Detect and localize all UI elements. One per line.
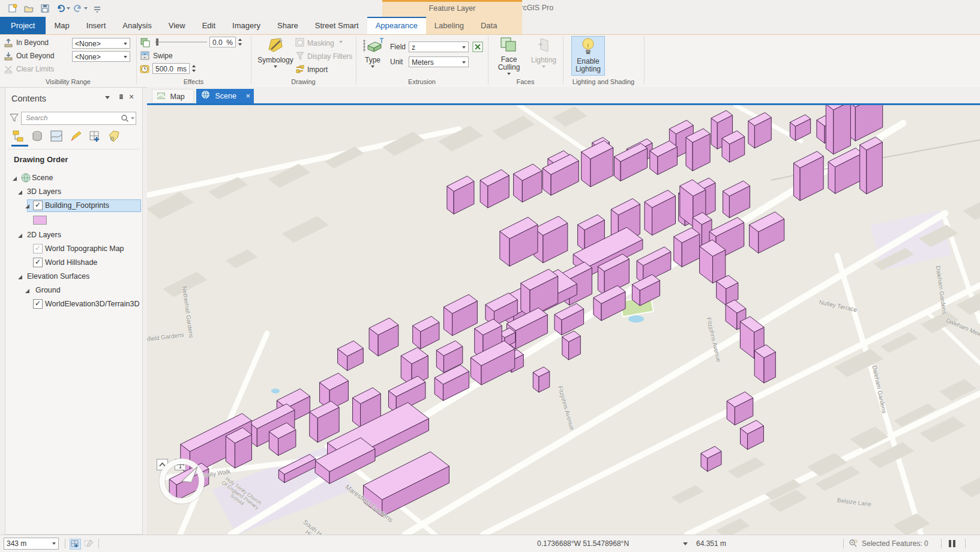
list-by-snapping-icon[interactable] xyxy=(88,130,101,143)
coordinates-readout[interactable]: 0.1736688°W 51.5478968°N xyxy=(537,539,629,548)
tree-item-3d-layers[interactable]: 3D Layers xyxy=(5,186,143,199)
enable-lighting-button[interactable]: Enable Lighting xyxy=(571,36,605,76)
extrusion-expression-button[interactable] xyxy=(472,41,484,55)
search-options-caret[interactable] xyxy=(131,117,134,120)
tree-item-elevation-surfaces[interactable]: Elevation Surfaces xyxy=(5,270,143,284)
layer-symbol-row[interactable] xyxy=(5,213,143,226)
layer-visibility-checkbox[interactable]: ✓ xyxy=(33,201,43,210)
symbology-icon xyxy=(265,47,286,56)
list-by-drawing-order-icon[interactable] xyxy=(11,130,25,143)
selected-features-count[interactable]: Selected Features: 0 xyxy=(862,539,928,548)
layer-visibility-checkbox[interactable]: ✓ xyxy=(33,244,43,253)
transparency-slider-handle[interactable] xyxy=(156,38,158,46)
extrusion-field-dropdown[interactable]: z xyxy=(409,41,469,52)
tree-item-world-topographic-map[interactable]: ✓World Topographic Map xyxy=(5,243,143,256)
layer-color-swatch[interactable] xyxy=(33,216,47,225)
undo-dropdown-caret[interactable] xyxy=(67,7,70,10)
in-beyond-dropdown[interactable]: <None> xyxy=(72,38,130,49)
list-by-editing-icon[interactable] xyxy=(69,130,82,143)
building-extrusion xyxy=(793,151,823,201)
enable-lighting-icon xyxy=(580,49,597,58)
ribbon-tab-project[interactable]: Project xyxy=(0,17,46,34)
expander-icon[interactable] xyxy=(13,177,17,181)
building-extrusion xyxy=(754,345,775,383)
layer-visibility-checkbox[interactable]: ✓ xyxy=(33,299,43,309)
extrusion-unit-dropdown[interactable]: Meters xyxy=(409,56,469,67)
ribbon-tab-labeling[interactable]: Labeling xyxy=(426,17,472,34)
list-by-data-source-icon[interactable] xyxy=(31,130,44,143)
in-beyond-button[interactable]: In Beyond xyxy=(16,38,49,47)
tree-item-worldelevation3d-terrain3d[interactable]: ✓WorldElevation3D/Terrain3D xyxy=(5,298,143,311)
compass-navigator[interactable] xyxy=(155,453,209,509)
out-beyond-dropdown[interactable]: <None> xyxy=(72,51,130,62)
ribbon-tab-street-smart[interactable]: Street Smart xyxy=(307,17,367,34)
expander-icon[interactable] xyxy=(25,289,29,293)
clear-limits-button[interactable]: Clear Limits xyxy=(16,65,54,73)
expander-icon[interactable] xyxy=(18,234,22,238)
open-project-icon[interactable] xyxy=(23,3,34,14)
lighting-button[interactable]: Lighting xyxy=(528,36,559,68)
masking-button[interactable]: Masking xyxy=(307,39,334,47)
list-by-selection-icon[interactable] xyxy=(50,130,63,143)
expander-icon[interactable] xyxy=(25,204,29,208)
in-beyond-icon xyxy=(4,38,14,50)
tree-item-2d-layers[interactable]: 2D Layers xyxy=(5,229,143,242)
flicker-spinner[interactable] xyxy=(190,63,198,74)
scene-tab-close-icon[interactable]: × xyxy=(245,91,250,100)
pause-drawing-button[interactable] xyxy=(947,540,955,549)
view-tab-scene[interactable]: Scene × xyxy=(196,89,254,103)
transparency-spinner[interactable] xyxy=(236,37,244,47)
ribbon-tab-share[interactable]: Share xyxy=(269,17,307,34)
symbology-button[interactable]: Symbology xyxy=(257,36,294,68)
ribbon-tab-edit[interactable]: Edit xyxy=(194,17,224,34)
status-bar: 343 m 0.1736688°W 51.5478968°N 64.351 m … xyxy=(0,535,980,552)
tree-item-building-footprints[interactable]: ✓Building_Footprints xyxy=(5,199,143,213)
undo-icon[interactable] xyxy=(55,3,66,14)
ribbon-tab-map[interactable]: Map xyxy=(46,17,77,34)
ribbon-tab-view[interactable]: View xyxy=(160,17,194,34)
ribbon-tab-analysis[interactable]: Analysis xyxy=(114,17,160,34)
scale-dropdown[interactable]: 343 m xyxy=(4,538,59,550)
transparency-value[interactable]: 0.0 % xyxy=(209,37,236,47)
scene-globe-icon xyxy=(21,173,31,184)
search-placeholder: Search xyxy=(26,114,47,121)
extrusion-type-button[interactable]: Type xyxy=(359,36,386,68)
zoom-to-selection-icon[interactable] xyxy=(849,539,859,548)
view-tab-map[interactable]: Map xyxy=(152,89,194,103)
filter-icon[interactable] xyxy=(10,114,19,125)
tree-item-scene[interactable]: Scene xyxy=(5,172,143,185)
coordinates-options-caret[interactable] xyxy=(683,542,688,545)
building-extrusion xyxy=(562,331,580,360)
tree-item-ground[interactable]: Ground xyxy=(5,284,143,297)
swipe-button[interactable]: Swipe xyxy=(153,52,173,60)
expander-icon[interactable] xyxy=(18,275,22,279)
face-culling-button[interactable]: Face Culling xyxy=(492,36,526,75)
search-icon[interactable] xyxy=(121,114,129,125)
ribbon-tab-insert[interactable]: Insert xyxy=(78,17,115,34)
pane-pin-icon[interactable] xyxy=(117,93,125,104)
ribbon-tab-data[interactable]: Data xyxy=(472,17,505,34)
ribbon-tab-imagery[interactable]: Imagery xyxy=(224,17,269,34)
scene-3d-view[interactable]: Trinity WalkMaresfield GardensHoly Trini… xyxy=(147,105,980,535)
redo-icon[interactable] xyxy=(73,3,83,14)
customize-quick-access-icon[interactable] xyxy=(92,3,103,14)
import-button[interactable]: Import xyxy=(307,65,328,74)
list-by-labeling-icon[interactable] xyxy=(107,130,121,143)
save-project-icon[interactable] xyxy=(40,3,50,14)
snapping-toggle-icon[interactable] xyxy=(70,539,81,550)
display-filters-button[interactable]: Display Filters xyxy=(307,52,352,61)
tree-item-world-hillshade[interactable]: ✓World Hillshade xyxy=(5,256,143,270)
redo-dropdown-caret[interactable] xyxy=(84,7,88,10)
transparency-slider-track[interactable] xyxy=(155,41,207,43)
out-beyond-button[interactable]: Out Beyond xyxy=(16,52,54,60)
ribbon-tab-appearance[interactable]: Appearance xyxy=(367,17,426,34)
pane-close-icon[interactable]: × xyxy=(129,92,134,102)
grid-edit-icon[interactable] xyxy=(84,539,94,548)
expander-icon[interactable] xyxy=(18,190,22,195)
compass-north-arrow[interactable] xyxy=(182,467,197,482)
building-extrusion xyxy=(480,169,509,208)
flicker-value[interactable]: 500.0 ms xyxy=(152,63,190,74)
layer-visibility-checkbox[interactable]: ✓ xyxy=(33,258,43,267)
pane-menu-caret[interactable] xyxy=(105,96,110,99)
new-project-icon[interactable] xyxy=(7,3,18,14)
